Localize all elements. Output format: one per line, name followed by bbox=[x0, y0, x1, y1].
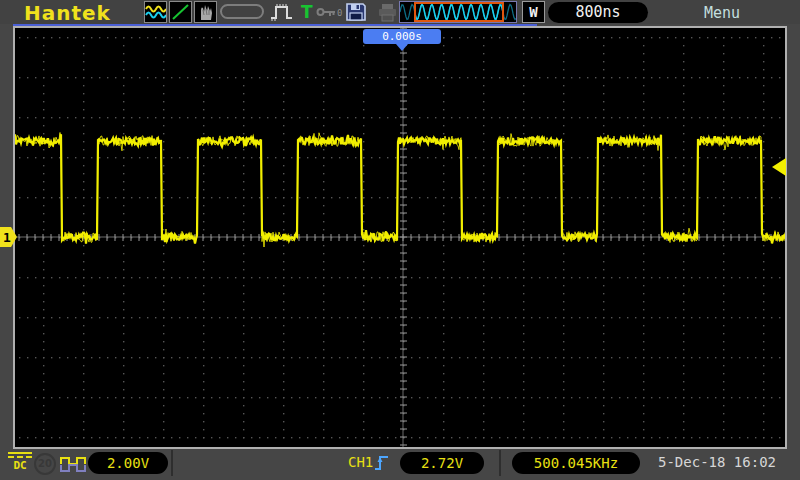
bandwidth-limit-icon: 20 bbox=[34, 453, 56, 475]
hand-pan-button[interactable] bbox=[194, 1, 217, 23]
window-mode-button[interactable]: W bbox=[522, 1, 545, 23]
status-bar: DC 20 2.00V CH1 2.72V 500.045KHz 5-Dec-1… bbox=[0, 449, 800, 480]
record-view-canvas bbox=[400, 2, 516, 22]
pulse-trigger-icon[interactable] bbox=[269, 2, 295, 23]
key-lock-icon: 0 bbox=[316, 5, 343, 20]
print-icon bbox=[376, 2, 399, 23]
coupling-label: DC bbox=[13, 459, 26, 472]
rising-edge-icon bbox=[374, 453, 389, 473]
trigger-level-readout: 2.72V bbox=[400, 452, 484, 474]
key-badge-number: 0 bbox=[337, 8, 342, 18]
datetime-readout: 5-Dec-18 16:02 bbox=[658, 454, 776, 470]
brand-logo: Hantek bbox=[24, 1, 111, 25]
empty-indicator-pill bbox=[220, 4, 264, 19]
channel1-marker-label: 1 bbox=[3, 230, 11, 245]
ch1-volts-div-readout: 2.00V bbox=[88, 452, 168, 474]
frequency-counter-readout: 500.045KHz bbox=[512, 452, 640, 474]
trigger-position-marker[interactable]: 0.000s bbox=[363, 29, 441, 44]
hand-icon bbox=[195, 2, 216, 22]
line-icon bbox=[170, 2, 191, 22]
trigger-level-arrow[interactable] bbox=[770, 158, 787, 176]
coupling-dc-icon: DC bbox=[8, 452, 32, 472]
statusbar-divider bbox=[171, 450, 173, 476]
scope-canvas bbox=[15, 28, 785, 447]
channel-waves-icon bbox=[145, 2, 166, 22]
timebase-readout: 800ns bbox=[548, 2, 648, 23]
channel-waves-button[interactable] bbox=[144, 1, 167, 23]
oscilloscope-screen: Hantek T bbox=[0, 0, 800, 480]
waveform-display bbox=[13, 26, 787, 449]
trigger-status-indicator: T bbox=[301, 2, 313, 22]
pulse-polarity-icon bbox=[60, 455, 87, 474]
statusbar-divider bbox=[499, 450, 501, 476]
trigger-position-pointer bbox=[396, 44, 408, 51]
save-floppy-icon[interactable] bbox=[344, 1, 368, 23]
record-view-slider[interactable] bbox=[399, 1, 517, 23]
trigger-source-label: CH1 bbox=[348, 454, 373, 470]
top-toolbar: Hantek T bbox=[0, 0, 800, 24]
channel1-ground-marker[interactable]: 1 bbox=[0, 227, 18, 247]
menu-button[interactable]: Menu bbox=[704, 4, 740, 22]
line-display-button[interactable] bbox=[169, 1, 192, 23]
